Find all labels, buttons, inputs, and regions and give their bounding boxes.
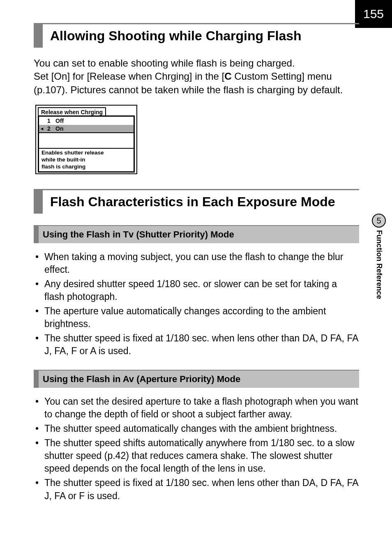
sub1-title-b: (Shutter Priority) Mode	[134, 229, 234, 240]
lcd-desc-l2: while the built-in	[42, 157, 131, 164]
lcd-option-off-label: Off	[52, 117, 64, 124]
chapter-title: Function Reference	[375, 230, 383, 299]
lcd-tab-label: Release when Chrging	[38, 107, 106, 117]
av-bullet-2: The shutter speed automatically changes …	[35, 422, 359, 435]
av-bullet-list: You can set the desired aperture to take…	[34, 395, 359, 502]
chapter-number-badge: 5	[372, 214, 386, 228]
lcd-tab-line	[105, 107, 135, 117]
section1-line3: (p.107). Pictures cannot be taken while …	[34, 84, 343, 95]
side-tab: 5 Function Reference	[368, 214, 390, 299]
tv-bullet-4: The shutter speed is fixed at 1/180 sec.…	[35, 332, 359, 357]
section1-line2a: Set [On] for [Release when Chrging] in t…	[34, 71, 224, 82]
lcd-option-on-label: On	[52, 125, 63, 132]
page-number: 155	[355, 0, 392, 28]
tv-bullet-3: The aperture value automatically changes…	[35, 305, 359, 330]
lcd-option-on-tick: ◂	[41, 126, 46, 131]
section1-line2b: Custom Setting] menu	[232, 71, 332, 82]
sub-heading-tv: Using the Flash in Tv (Shutter Priority)…	[34, 225, 359, 243]
section-heading-2: Flash Characteristics in Each Exposure M…	[34, 189, 359, 214]
tv-bullet-list: When taking a moving subject, you can us…	[34, 251, 359, 357]
section1-paragraph: You can set to enable shooting while fla…	[34, 57, 359, 97]
section1-line1: You can set to enable shooting while fla…	[34, 58, 295, 69]
lcd-desc-l3: flash is charging	[42, 164, 131, 170]
sub-heading-av: Using the Flash in Av (Aperture Priority…	[34, 370, 359, 388]
tv-bullet-1: When taking a moving subject, you can us…	[35, 251, 359, 276]
lcd-description: Enables shutter release while the built-…	[39, 148, 134, 171]
lcd-menu: Release when Chrging 1 Off ◂ 2 On Enable…	[35, 105, 137, 174]
sub1-title-a: Using the Flash in	[43, 229, 123, 240]
lcd-option-on-num: 2	[46, 125, 52, 132]
lcd-option-off: 1 Off	[39, 117, 134, 125]
lcd-option-on: ◂ 2 On	[39, 125, 134, 133]
section-heading-1: Allowing Shooting while Charging Flash	[34, 23, 359, 48]
lcd-option-off-num: 1	[46, 117, 52, 124]
av-bullet-4: The shutter speed is fixed at 1/180 sec.…	[35, 477, 359, 502]
av-bullet-1: You can set the desired aperture to take…	[35, 395, 359, 421]
tv-mode-icon: Tv	[123, 229, 134, 240]
custom-setting-icon: C	[224, 71, 231, 82]
lcd-desc-l1: Enables shutter release	[42, 150, 131, 157]
tv-bullet-2: Any desired shutter speed 1/180 sec. or …	[35, 278, 359, 303]
av-bullet-3: The shutter speed shifts automatically a…	[35, 437, 359, 475]
